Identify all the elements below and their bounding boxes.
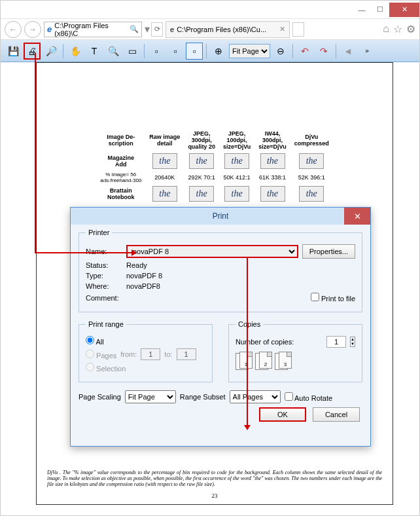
from-input <box>141 348 160 360</box>
continuous-button[interactable]: ▫ <box>167 43 184 60</box>
new-tab-button[interactable] <box>292 22 304 37</box>
favorites-icon[interactable]: ☆ <box>393 23 402 35</box>
dialog-close-button[interactable]: ✕ <box>344 208 370 225</box>
copies-down[interactable]: ▼ <box>351 342 355 346</box>
range-pages-radio[interactable]: Pages <box>86 350 116 359</box>
ok-button[interactable]: OK <box>259 407 306 422</box>
save-button[interactable]: 💾 <box>5 43 22 60</box>
figure-caption: DjVu . The "% image" value corresponds t… <box>37 470 393 487</box>
prev-page-button[interactable]: ◄ <box>340 43 357 60</box>
subset-label: Range Subset <box>180 393 226 401</box>
where-label: Where: <box>86 282 122 290</box>
settings-icon[interactable]: ⚙ <box>406 23 415 35</box>
scaling-select[interactable]: Fit Page <box>125 390 176 403</box>
zoom-out-button[interactable]: ⊖ <box>272 43 289 60</box>
home-icon[interactable]: ⌂ <box>383 23 389 35</box>
more-button[interactable]: » <box>359 43 376 60</box>
ie-icon: e <box>47 24 52 34</box>
copies-input[interactable] <box>326 336 346 348</box>
page-number: 23 <box>37 492 393 499</box>
browser-tab[interactable]: e C:\Program Files (x86)\Cu... ✕ <box>166 21 290 38</box>
minimize-button[interactable]: — <box>353 3 371 17</box>
tab-close-icon[interactable]: ✕ <box>279 25 285 33</box>
status-label: Status: <box>86 261 122 269</box>
url-text: C:\Program Files (x86)\C <box>54 22 127 37</box>
range-all-radio[interactable]: All <box>86 336 104 346</box>
window-close-button[interactable]: ✕ <box>389 3 419 17</box>
tab-title: C:\Program Files (x86)\Cu... <box>177 26 266 33</box>
range-selection-radio[interactable]: Selection <box>86 363 126 373</box>
zoom-select[interactable]: Fit Page <box>229 44 270 58</box>
zoom-in-button[interactable]: ⊕ <box>210 43 227 60</box>
back-button[interactable]: ← <box>5 21 22 38</box>
dialog-title: Print ✕ <box>71 208 370 225</box>
pan-tool-button[interactable]: ✋ <box>67 43 84 60</box>
print-button[interactable]: 🖨 <box>24 43 41 60</box>
single-page-button[interactable]: ▫ <box>148 43 165 60</box>
maximize-button[interactable]: ☐ <box>371 3 389 17</box>
cancel-button[interactable]: Cancel <box>313 407 360 422</box>
auto-rotate-checkbox[interactable]: Auto Rotate <box>285 392 333 402</box>
ie-icon: e <box>170 26 174 33</box>
type-value: novaPDF 8 <box>126 272 162 280</box>
address-bar[interactable]: e C:\Program Files (x86)\C 🔍 <box>44 22 142 37</box>
rotate-ccw-button[interactable]: ↶ <box>296 43 313 60</box>
range-legend: Print range <box>86 320 126 328</box>
where-value: novaPDF8 <box>126 282 160 290</box>
status-value: Ready <box>126 261 147 269</box>
marquee-button[interactable]: ▭ <box>124 43 141 60</box>
rotate-cw-button[interactable]: ↷ <box>315 43 332 60</box>
facing-button[interactable]: ▫ <box>186 43 203 60</box>
name-label: Name: <box>86 248 122 255</box>
properties-button[interactable]: Properties... <box>302 244 355 259</box>
printer-name-select[interactable]: novaPDF 8 <box>126 245 298 258</box>
print-dialog: Print ✕ Printer Name: novaPDF 8 Properti… <box>70 207 371 447</box>
type-label: Type: <box>86 272 122 280</box>
scaling-label: Page Scaling <box>79 393 121 401</box>
forward-button[interactable]: → <box>24 21 41 38</box>
to-input <box>177 348 196 360</box>
print-to-file-checkbox[interactable]: Print to file <box>311 293 355 303</box>
printer-legend: Printer <box>86 229 112 236</box>
text-select-button[interactable]: T <box>86 43 103 60</box>
copies-up[interactable]: ▲ <box>351 337 355 342</box>
refresh-button[interactable]: ⟳ <box>151 22 163 37</box>
subset-select[interactable]: All Pages <box>230 390 281 403</box>
find-button[interactable]: 🔎 <box>43 43 60 60</box>
collate-preview: 11 22 33 <box>236 352 355 370</box>
copies-label: Number of copies: <box>236 338 294 346</box>
copies-legend: Copies <box>236 320 263 328</box>
comment-label: Comment: <box>86 294 122 302</box>
zoom-tool-button[interactable]: 🔍 <box>105 43 122 60</box>
